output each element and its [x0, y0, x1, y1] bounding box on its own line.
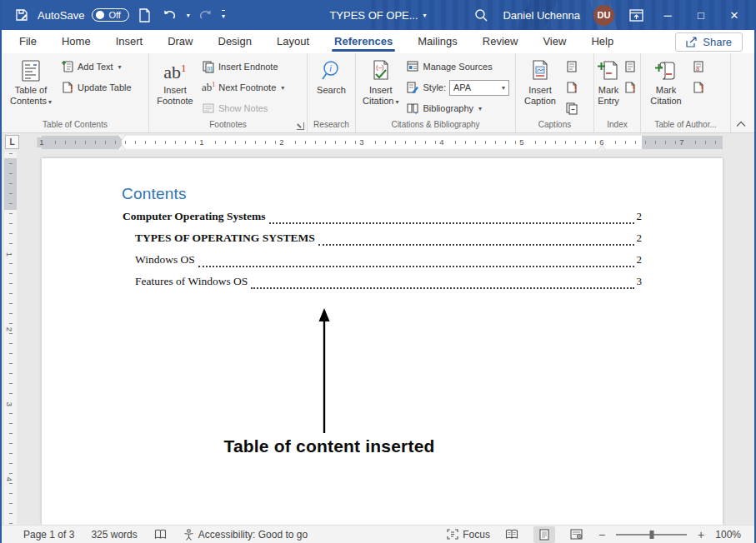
minimize-button[interactable]: ─ — [658, 9, 678, 22]
toc-entry[interactable]: TYPES OF OPERATING SYSTEMS2 — [123, 232, 642, 253]
zoom-slider-thumb[interactable] — [649, 531, 653, 539]
mark-entry-button[interactable]: Mark Entry — [598, 56, 619, 118]
tab-view[interactable]: View — [530, 31, 578, 52]
svg-text:!: ! — [633, 83, 636, 93]
tab-review[interactable]: Review — [470, 31, 531, 52]
insert-endnote-icon: [i] — [202, 60, 215, 73]
horizontal-ruler[interactable]: L 11234567 — [2, 133, 754, 152]
tab-file[interactable]: File — [7, 31, 49, 52]
toc-entry[interactable]: Features of Windows OS3 — [123, 275, 642, 296]
mark-citation-button[interactable]: Mark Citation — [644, 56, 688, 118]
insert-index-button[interactable] — [621, 57, 639, 76]
cross-reference-button[interactable] — [563, 99, 581, 117]
tab-help[interactable]: Help — [578, 31, 626, 52]
autosave-toggle[interactable]: Off — [92, 8, 128, 22]
zoom-in-button[interactable]: + — [698, 528, 704, 541]
accessibility-status[interactable]: Accessibility: Good to go — [183, 529, 308, 541]
chevron-down-icon: ▾ — [393, 98, 398, 106]
word-window: AutoSave Off ▾ ▾ TYPES OF OPE... ▾ — [0, 0, 756, 543]
tab-selector[interactable]: L — [5, 135, 19, 149]
insert-citation-button[interactable]: (–) Insert Citation▾ — [359, 56, 402, 118]
toc-heading[interactable]: Contents — [122, 185, 187, 203]
toc-entry[interactable]: Computer Operating Systems2 — [123, 210, 642, 232]
insert-table-of-figures-button[interactable] — [563, 57, 581, 76]
close-button[interactable]: ✕ — [724, 9, 744, 22]
right-indent-marker[interactable] — [598, 145, 606, 150]
collapse-ribbon-button[interactable] — [736, 121, 746, 127]
save-pen-icon[interactable] — [13, 7, 30, 23]
tab-references[interactable]: References — [322, 31, 405, 52]
tab-insert[interactable]: Insert — [103, 31, 156, 52]
chevron-down-icon: ▾ — [47, 98, 52, 106]
save-icon[interactable] — [137, 7, 153, 23]
group-table-of-contents: Table of Contents▾ Add Text▾ ! Update Ta… — [2, 53, 149, 132]
undo-caret-icon[interactable]: ▾ — [185, 12, 190, 19]
ribbon-display-options-icon[interactable] — [628, 7, 644, 23]
tab-layout[interactable]: Layout — [264, 31, 322, 52]
insert-caption-button[interactable]: Insert Caption — [519, 56, 561, 118]
tab-design[interactable]: Design — [206, 31, 264, 52]
group-label: Index — [594, 118, 640, 132]
document-page[interactable]: Contents Computer Operating Systems2TYPE… — [42, 158, 723, 525]
read-mode-button[interactable] — [501, 526, 523, 543]
document-area: L 11234567 1234 Contents Computer Operat… — [2, 133, 754, 525]
next-footnote-button[interactable]: ab1 Next Footnote▾ — [199, 78, 287, 97]
maximize-button[interactable]: □ — [691, 9, 711, 22]
avatar[interactable]: DU — [593, 5, 614, 26]
ribbon-tabs: FileHomeInsertDrawDesignLayoutReferences… — [2, 31, 626, 52]
svg-text:i: i — [329, 64, 332, 73]
update-table-button[interactable]: ! Update Table — [58, 78, 134, 97]
first-line-indent-marker[interactable] — [118, 135, 126, 140]
tab-mailings[interactable]: Mailings — [405, 31, 470, 52]
focus-icon — [447, 529, 458, 540]
insert-table-of-authorities-button[interactable]: a — [689, 57, 708, 76]
zoom-slider[interactable] — [616, 534, 687, 536]
web-layout-button[interactable] — [566, 526, 588, 543]
group-label: Captions — [516, 118, 593, 132]
footnotes-dialog-launcher-icon[interactable] — [297, 122, 304, 130]
style-dropdown[interactable]: APA ▾ — [449, 80, 509, 96]
cross-reference-icon — [565, 102, 578, 115]
tab-home[interactable]: Home — [49, 31, 103, 52]
add-text-button[interactable]: Add Text▾ — [58, 57, 134, 76]
customize-qat-icon[interactable]: ▾ — [222, 10, 225, 20]
zoom-level[interactable]: 100% — [715, 529, 741, 541]
tab-draw[interactable]: Draw — [155, 31, 205, 52]
zoom-out-button[interactable]: − — [598, 528, 605, 541]
autosave-label: AutoSave — [38, 9, 84, 22]
proofing-icon[interactable] — [154, 529, 167, 541]
toc-page-number: 2 — [637, 210, 643, 223]
toc-entry-text: Features of Windows OS — [135, 275, 248, 288]
chevron-down-icon: ▾ — [279, 84, 284, 92]
bibliography-button[interactable]: Bibliography▾ — [403, 99, 512, 117]
search-button[interactable]: i Search — [311, 56, 352, 118]
status-bar: Page 1 of 3 325 words Accessibility: Goo… — [2, 525, 754, 543]
undo-icon[interactable] — [161, 7, 178, 23]
search-icon[interactable] — [473, 7, 489, 23]
update-table-of-authorities-button[interactable]: ! — [689, 78, 708, 97]
toc-entry[interactable]: Windows OS2 — [123, 253, 642, 275]
update-index-button[interactable]: ! — [621, 78, 639, 97]
manage-sources-button[interactable]: Manage Sources — [403, 57, 512, 76]
table-of-authorities-icon: a — [692, 60, 705, 73]
focus-button[interactable]: Focus — [447, 529, 490, 541]
word-count[interactable]: 325 words — [91, 529, 137, 541]
insert-endnote-button[interactable]: [i] Insert Endnote — [199, 57, 287, 76]
chevron-down-icon: ▾ — [477, 105, 482, 112]
page-indicator[interactable]: Page 1 of 3 — [23, 529, 74, 541]
ribbon-tab-row: FileHomeInsertDrawDesignLayoutReferences… — [2, 30, 754, 53]
group-table-of-authorities: Mark Citation a ! Table of Author... — [641, 53, 731, 132]
bibliography-icon — [406, 102, 419, 115]
ruler-number: 3 — [5, 401, 14, 408]
user-name[interactable]: Daniel Uchenna — [503, 9, 580, 22]
svg-text:!: ! — [701, 83, 704, 93]
update-table-of-figures-button[interactable]: ! — [563, 78, 581, 97]
hanging-indent-marker[interactable] — [118, 145, 126, 150]
vertical-ruler[interactable]: 1234 — [4, 152, 17, 525]
insert-footnote-button[interactable]: ab1 Insert Footnote — [153, 56, 198, 118]
share-button[interactable]: Share — [675, 32, 743, 52]
table-of-contents-button[interactable]: Table of Contents▾ — [5, 56, 57, 118]
print-layout-button[interactable] — [533, 526, 555, 543]
redo-icon — [198, 7, 214, 23]
show-notes-icon — [202, 102, 215, 115]
